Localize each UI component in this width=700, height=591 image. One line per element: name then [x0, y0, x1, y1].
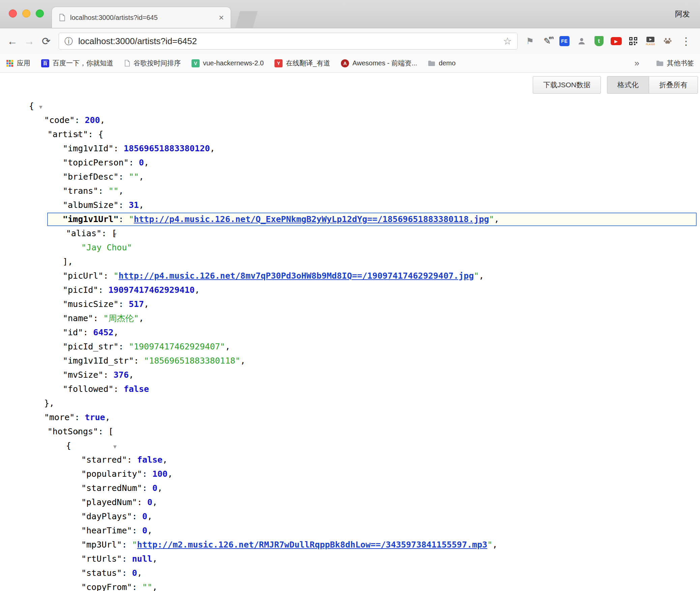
json-token: "more": [44, 412, 75, 422]
json-line: "topicPerson": 0,: [0, 156, 700, 170]
shield-glyph: t: [594, 36, 604, 46]
json-token: :: [127, 455, 137, 465]
json-token: ": [129, 214, 134, 224]
json-token: :: [103, 370, 113, 380]
url-field[interactable]: ⓘ localhost:3000/artists?id=6452 ☆: [59, 33, 518, 50]
view-mode-segmented-control: 格式化 折叠所有: [607, 76, 698, 94]
browser-tab[interactable]: localhost:3000/artists?id=645 ×: [52, 7, 231, 28]
json-token: "id": [63, 328, 83, 337]
player-extension-icon[interactable]: PLAYER: [645, 35, 656, 47]
json-token: ,: [492, 540, 497, 550]
browser-menu-icon[interactable]: ⋮: [677, 36, 695, 46]
translate-extension-icon[interactable]: ✎en: [542, 35, 553, 47]
json-token: :: [137, 497, 147, 507]
json-line: "followed": false: [0, 382, 700, 396]
collapse-toggle-icon[interactable]: ▼: [39, 104, 42, 110]
site-info-icon[interactable]: ⓘ: [64, 36, 73, 47]
fe-extension-icon[interactable]: FE: [559, 35, 570, 47]
json-token: false: [124, 384, 149, 394]
json-token: ,: [114, 328, 119, 337]
json-token: 0: [147, 497, 152, 507]
json-token: ,: [137, 568, 142, 578]
minimize-window-button[interactable]: [22, 9, 30, 18]
json-token: 6452: [93, 328, 113, 337]
awesomes-icon: A: [341, 59, 349, 67]
back-button[interactable]: ←: [5, 36, 20, 46]
json-line: "picUrl": "http://p4.music.126.net/8mv7q…: [0, 269, 700, 283]
bookmark-baidu[interactable]: 百 百度一下，你就知道: [41, 59, 113, 68]
paw-extension-icon[interactable]: [662, 35, 673, 47]
json-token: "picUrl": [63, 271, 103, 281]
json-url-link[interactable]: http://m2.music.126.net/RMJR7wDullRqppBk…: [137, 540, 488, 550]
json-url-link[interactable]: http://p4.music.126.net/8mv7qP30Pd3oHW8b…: [119, 271, 474, 281]
bookmark-label: demo: [439, 59, 456, 67]
json-token: {: [66, 441, 71, 450]
json-token: :: [132, 511, 142, 521]
json-token: "starred": [81, 455, 127, 465]
json-token: :: [101, 228, 112, 238]
json-token: 376: [114, 370, 129, 380]
tab-bar: localhost:3000/artists?id=645 × 阿发: [0, 0, 700, 28]
close-window-button[interactable]: [9, 9, 17, 18]
download-json-button[interactable]: 下载JSON数据: [533, 76, 601, 94]
shield-extension-icon[interactable]: t: [593, 35, 605, 47]
json-token: false: [137, 455, 163, 465]
json-token: 0: [132, 568, 137, 578]
bookmarks-overflow-chevron[interactable]: »: [635, 58, 645, 68]
qr-code-extension-icon[interactable]: [628, 35, 639, 47]
bookmark-awesomes[interactable]: A Awesomes - 前端资...: [341, 59, 417, 68]
bookmark-label: Awesomes - 前端资...: [352, 59, 417, 68]
forward-button[interactable]: →: [22, 36, 37, 46]
json-line: "picId": 19097417462929410,: [0, 283, 700, 297]
json-token: 0: [142, 511, 147, 521]
url-text[interactable]: localhost:3000/artists?id=6452: [78, 36, 197, 46]
qr-code-icon: [629, 37, 638, 45]
json-token: 0: [139, 158, 144, 167]
bookmark-label: 百度一下，你就知道: [53, 59, 113, 68]
json-token: ,: [100, 115, 105, 125]
person-extension-icon[interactable]: [576, 35, 587, 47]
json-token: ,: [144, 158, 149, 167]
player-icon: PLAYER: [646, 36, 655, 46]
window-controls: [9, 9, 44, 18]
json-token: :: [83, 328, 93, 337]
json-token: "copyFrom": [81, 582, 132, 591]
json-token: :: [119, 299, 129, 309]
bookmark-apps[interactable]: 应用: [6, 59, 30, 68]
tab-close-icon[interactable]: ×: [219, 13, 224, 22]
json-line: "more": true,: [0, 410, 700, 425]
new-tab-button[interactable]: [235, 11, 258, 28]
json-token: "": [129, 172, 139, 182]
bookmark-google-sort[interactable]: 谷歌按时间排序: [124, 59, 181, 68]
zoom-window-button[interactable]: [36, 9, 44, 18]
json-token: ],: [63, 257, 73, 267]
json-token: null: [132, 554, 152, 564]
json-token: ,: [119, 186, 124, 196]
json-url-link[interactable]: http://p4.music.126.net/Q_ExePNkmgB2yWyL…: [134, 214, 489, 224]
collapse-toggle-icon[interactable]: ▼: [113, 443, 117, 450]
json-token: "name": [63, 313, 93, 323]
youtube-extension-icon[interactable]: ▶: [610, 35, 622, 47]
address-bar: ← → ⟳ ⓘ localhost:3000/artists?id=6452 ☆…: [0, 28, 700, 54]
bookmark-youdao-translate[interactable]: Y 在线翻译_有道: [274, 59, 330, 68]
youdao-icon: Y: [274, 59, 283, 67]
json-token: :: [103, 271, 113, 281]
collapse-all-button[interactable]: 折叠所有: [649, 76, 698, 94]
folder-icon: [656, 60, 664, 66]
json-token: "img1v1Id": [63, 144, 114, 153]
flag-extension-icon[interactable]: ⚑: [524, 35, 536, 47]
json-token: true: [85, 412, 105, 422]
json-line: ▼"artist": {: [0, 127, 700, 142]
refresh-button[interactable]: ⟳: [38, 36, 54, 46]
bookmark-demo-folder[interactable]: demo: [428, 59, 456, 67]
format-button[interactable]: 格式化: [607, 76, 649, 94]
json-token: "mvSize": [63, 370, 103, 380]
other-bookmarks-folder[interactable]: 其他书签: [656, 59, 694, 68]
page-favicon-icon: [59, 13, 65, 22]
bookmark-star-icon[interactable]: ☆: [503, 35, 512, 47]
profile-name[interactable]: 阿发: [675, 9, 692, 19]
json-token: ": [114, 271, 119, 281]
bookmark-vue-hackernews[interactable]: V vue-hackernews-2.0: [192, 59, 264, 67]
json-line: ],: [0, 255, 700, 269]
json-token: "hotSongs": [48, 427, 98, 436]
